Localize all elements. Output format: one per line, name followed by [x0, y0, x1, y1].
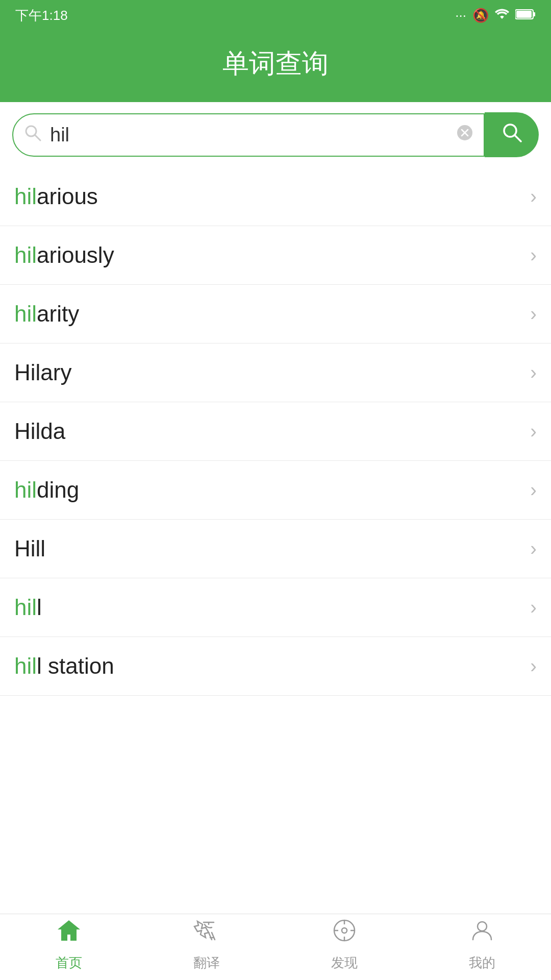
result-item-hill[interactable]: hill ›: [0, 578, 551, 637]
result-word-hill: hill: [14, 595, 42, 620]
signal-icon: ···: [455, 8, 466, 23]
result-item-hill-station[interactable]: hill station ›: [0, 637, 551, 696]
clear-icon[interactable]: [456, 124, 473, 146]
nav-label-discover: 发现: [331, 954, 358, 972]
result-item-hilda[interactable]: Hilda ›: [0, 402, 551, 461]
search-input[interactable]: [50, 124, 448, 146]
status-time: 下午1:18: [15, 7, 68, 24]
nav-label-translate: 翻译: [193, 954, 220, 972]
battery-icon: [515, 8, 536, 23]
result-item-hilariously[interactable]: hilariously ›: [0, 226, 551, 285]
chevron-icon: ›: [530, 421, 537, 443]
nav-item-mine[interactable]: 我的: [413, 917, 551, 972]
result-word-hilda: Hilda: [14, 419, 65, 444]
nav-label-mine: 我的: [469, 954, 495, 972]
result-word-hilarity: hilarity: [14, 301, 79, 327]
chevron-icon: ›: [530, 479, 537, 501]
result-item-hilarious[interactable]: hilarious ›: [0, 167, 551, 226]
mute-icon: 🔕: [472, 8, 489, 23]
chevron-icon: ›: [530, 303, 537, 325]
page-title: 单词查询: [10, 46, 541, 82]
chevron-icon: ›: [530, 655, 537, 677]
result-item-hilding[interactable]: hilding ›: [0, 461, 551, 520]
svg-rect-1: [533, 12, 535, 16]
result-word-hilariously: hilariously: [14, 242, 114, 268]
nav-label-home: 首页: [56, 954, 82, 972]
nav-item-home[interactable]: 首页: [0, 917, 138, 972]
result-word-hill-station: hill station: [14, 653, 114, 679]
search-box: [12, 113, 485, 157]
svg-line-9: [515, 135, 521, 141]
result-word-hilary: Hilary: [14, 360, 71, 385]
search-icon-left: [23, 124, 42, 146]
svg-line-4: [35, 135, 40, 140]
search-container: [0, 102, 551, 167]
discover-icon: [331, 917, 358, 950]
bottom-nav: 首页 翻译 发现: [0, 914, 551, 980]
svg-rect-2: [516, 11, 532, 18]
search-button[interactable]: [485, 112, 539, 157]
header: 单词查询: [0, 31, 551, 102]
home-icon: [56, 917, 82, 950]
chevron-icon: ›: [530, 362, 537, 384]
nav-item-translate[interactable]: 翻译: [138, 917, 276, 972]
result-item-hilarity[interactable]: hilarity ›: [0, 285, 551, 344]
status-bar: 下午1:18 ··· 🔕: [0, 0, 551, 31]
status-icons: ··· 🔕: [455, 8, 536, 23]
chevron-icon: ›: [530, 244, 537, 266]
wifi-icon: [495, 8, 509, 23]
chevron-icon: ›: [530, 186, 537, 208]
result-word-Hill: Hill: [14, 536, 45, 561]
nav-item-discover[interactable]: 发现: [276, 917, 413, 972]
results-list: hilarious › hilariously › hilarity › Hil…: [0, 167, 551, 914]
chevron-icon: ›: [530, 538, 537, 560]
result-word-hilarious: hilarious: [14, 184, 98, 209]
result-word-hilding: hilding: [14, 477, 79, 503]
chevron-icon: ›: [530, 597, 537, 619]
result-item-Hill[interactable]: Hill ›: [0, 520, 551, 578]
result-item-hilary[interactable]: Hilary ›: [0, 344, 551, 402]
translate-icon: [193, 917, 220, 950]
search-button-icon: [501, 121, 522, 148]
profile-icon: [469, 917, 495, 950]
svg-point-11: [342, 928, 347, 933]
svg-point-16: [478, 922, 487, 931]
